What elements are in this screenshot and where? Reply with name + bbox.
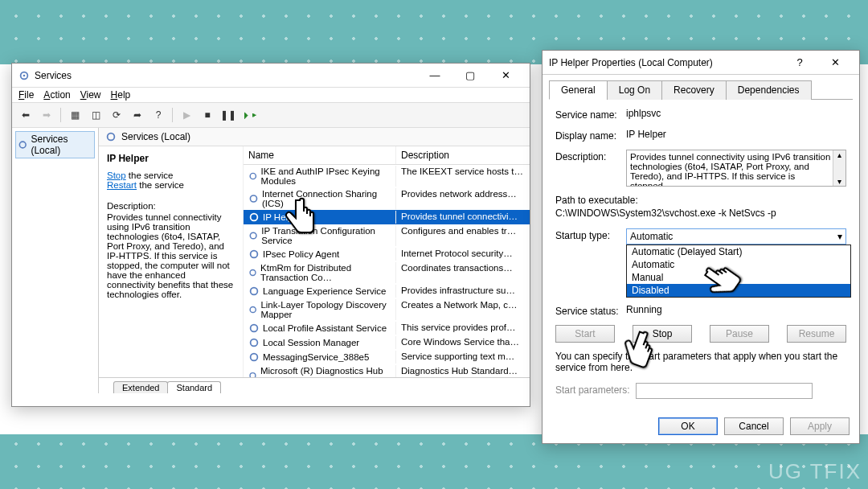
services-titlebar: Services — ▢ ✕ xyxy=(12,64,530,88)
show-hide-button[interactable]: ◫ xyxy=(87,106,104,124)
service-desc: Creates a Network Map, c… xyxy=(396,299,530,320)
restart-button[interactable]: ⏵▶ xyxy=(240,106,258,124)
service-row[interactable]: MessagingService_388e5Service supporting… xyxy=(244,350,530,364)
minimize-button[interactable]: — xyxy=(417,64,452,87)
stop-button[interactable]: Stop xyxy=(633,325,692,343)
service-row[interactable]: IP Translation Configuration ServiceConf… xyxy=(244,224,530,247)
svg-point-6 xyxy=(251,214,258,221)
menu-help[interactable]: Help xyxy=(111,89,131,101)
service-name-label: Service name: xyxy=(555,108,626,121)
up-button[interactable]: ▦ xyxy=(66,106,84,124)
tree-item-services-local[interactable]: Services (Local) xyxy=(15,131,95,158)
svg-point-8 xyxy=(251,251,258,258)
forward-button[interactable]: ➡ xyxy=(38,106,55,124)
service-name: Local Session Manager xyxy=(263,338,359,347)
tab-logon[interactable]: Log On xyxy=(607,80,662,100)
service-row[interactable]: Local Profile Assistant ServiceThis serv… xyxy=(244,321,530,335)
option-automatic[interactable]: Automatic xyxy=(627,258,850,271)
startup-type-dropdown[interactable]: Automatic (Delayed Start) Automatic Manu… xyxy=(626,244,851,298)
help-button[interactable]: ? xyxy=(782,51,817,74)
menu-action[interactable]: Action xyxy=(43,89,70,101)
service-desc: Provides infrastructure su… xyxy=(396,285,530,298)
service-name: Local Profile Assistant Service xyxy=(263,323,387,333)
close-button[interactable]: ✕ xyxy=(488,64,523,87)
service-name: IP Helper xyxy=(263,212,301,222)
option-manual[interactable]: Manual xyxy=(627,271,850,284)
restart-link[interactable]: Restart xyxy=(107,180,137,190)
watermark: UG TFIX xyxy=(768,459,862,484)
ok-button[interactable]: OK xyxy=(658,417,718,435)
tab-extended[interactable]: Extended xyxy=(113,381,168,393)
service-row[interactable]: IP HelperProvides tunnel connectivi… xyxy=(244,210,530,224)
pause-button[interactable]: Pause xyxy=(710,325,769,343)
option-delayed[interactable]: Automatic (Delayed Start) xyxy=(627,245,850,258)
service-name: KtmRm for Distributed Transaction Co… xyxy=(260,263,391,282)
gear-icon xyxy=(18,139,27,150)
service-row[interactable]: KtmRm for Distributed Transaction Co…Coo… xyxy=(244,261,530,284)
maximize-button[interactable]: ▢ xyxy=(452,64,488,87)
gear-icon xyxy=(248,230,258,241)
menu-file[interactable]: File xyxy=(18,89,34,101)
svg-point-5 xyxy=(250,195,256,202)
startup-type-select[interactable]: Automatic ▾ xyxy=(626,228,846,244)
description-label: Description: xyxy=(555,150,626,162)
help-button[interactable]: ? xyxy=(149,106,167,124)
play-button[interactable]: ▶ xyxy=(178,106,195,124)
service-row[interactable]: Local Session ManagerCore Windows Servic… xyxy=(244,335,530,350)
tab-standard[interactable]: Standard xyxy=(167,381,221,393)
service-row[interactable]: Link-Layer Topology Discovery MapperCrea… xyxy=(244,298,530,321)
service-name: MessagingService_388e5 xyxy=(263,352,369,362)
scrollbar[interactable]: ▴▾ xyxy=(833,150,845,186)
menu-view[interactable]: View xyxy=(80,89,101,101)
gear-icon xyxy=(248,212,260,223)
display-name-label: Display name: xyxy=(555,129,626,142)
svg-point-7 xyxy=(250,232,256,239)
service-row[interactable]: Language Experience ServiceProvides infr… xyxy=(244,284,530,298)
service-status: Running xyxy=(626,304,846,315)
stop-button[interactable]: ■ xyxy=(199,106,216,124)
stop-link[interactable]: Stop xyxy=(107,171,126,180)
cancel-button[interactable]: Cancel xyxy=(724,417,784,435)
service-row[interactable]: Internet Connection Sharing (ICS)Provide… xyxy=(244,187,530,210)
gear-icon xyxy=(248,249,260,260)
gear-icon xyxy=(248,351,260,363)
export-button[interactable]: ➦ xyxy=(129,106,146,124)
gear-icon xyxy=(248,323,260,334)
start-button[interactable]: Start xyxy=(555,325,615,343)
apply-button[interactable]: Apply xyxy=(790,417,850,435)
services-title: Services xyxy=(35,70,72,81)
properties-title: IP Helper Properties (Local Computer) xyxy=(549,57,713,68)
resume-button[interactable]: Resume xyxy=(787,325,846,343)
service-desc: Provides tunnel connectivi… xyxy=(396,211,530,224)
service-desc: Internet Protocol security… xyxy=(396,248,530,261)
svg-point-14 xyxy=(251,354,258,361)
services-window: Services — ▢ ✕ File Action View Help ⬅ ➡… xyxy=(11,63,530,407)
pause-button[interactable]: ❚❚ xyxy=(219,106,237,124)
svg-point-2 xyxy=(19,142,26,148)
service-name: Microsoft (R) Diagnostics Hub Standar… xyxy=(260,366,391,377)
startup-type-label: Startup type: xyxy=(555,228,626,241)
tab-recovery[interactable]: Recovery xyxy=(661,80,727,100)
close-button[interactable]: ✕ xyxy=(817,51,853,74)
option-disabled[interactable]: Disabled xyxy=(627,284,850,297)
svg-point-12 xyxy=(251,325,258,332)
tab-general[interactable]: General xyxy=(549,80,608,100)
service-row[interactable]: IKE and AuthIP IPsec Keying ModulesThe I… xyxy=(244,165,530,187)
service-row[interactable]: Microsoft (R) Diagnostics Hub Standar…Di… xyxy=(244,364,530,377)
col-desc[interactable]: Description xyxy=(396,146,530,164)
chevron-down-icon: ▾ xyxy=(837,231,842,242)
desc-label: Description: xyxy=(107,201,236,211)
col-name[interactable]: Name xyxy=(244,146,396,164)
description-pane: IP Helper Stop the service Restart the s… xyxy=(99,146,244,377)
gear-icon xyxy=(248,193,259,204)
gear-icon xyxy=(105,131,117,142)
service-name: Link-Layer Topology Discovery Mapper xyxy=(260,300,391,319)
service-desc: Configures and enables tr… xyxy=(396,225,530,246)
service-list: Name Description IKE and AuthIP IPsec Ke… xyxy=(244,146,530,377)
tab-dependencies[interactable]: Dependencies xyxy=(726,80,812,100)
service-desc: Service supporting text m… xyxy=(396,351,530,364)
service-desc: The IKEEXT service hosts t… xyxy=(396,166,530,187)
back-button[interactable]: ⬅ xyxy=(17,106,35,124)
refresh-button[interactable]: ⟳ xyxy=(108,106,125,124)
service-row[interactable]: IPsec Policy AgentInternet Protocol secu… xyxy=(244,247,530,261)
